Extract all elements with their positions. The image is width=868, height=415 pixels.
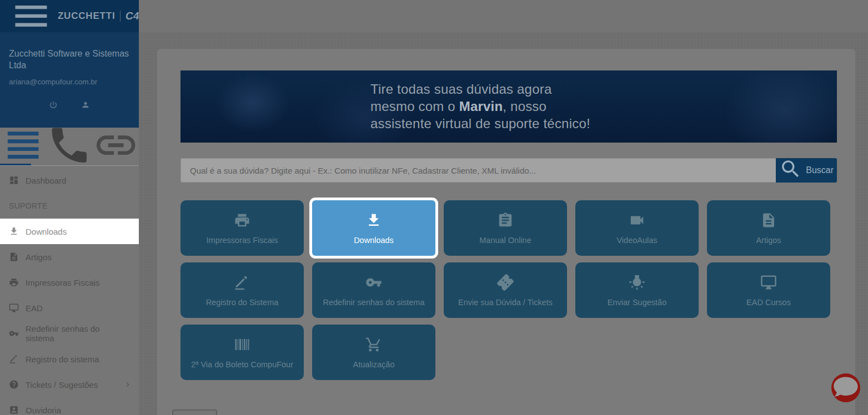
link-icon — [93, 122, 139, 168]
tile-impressoras-fiscais[interactable]: Impressoras Fiscais — [180, 200, 304, 256]
chat-bubble-icon — [831, 373, 860, 402]
search-icon — [779, 158, 802, 183]
menu-list-icon — [0, 122, 46, 168]
ticket-icon — [497, 274, 514, 291]
chevron-right-icon — [123, 380, 132, 389]
tile-registro-do-sistema[interactable]: Registro do Sistema — [180, 262, 304, 318]
banner-marvin-name: Marvin — [459, 99, 503, 114]
video-camera-icon — [629, 212, 645, 229]
pencil-icon — [9, 354, 19, 364]
tab-phone[interactable] — [46, 128, 92, 163]
printer-icon — [9, 277, 19, 287]
sidebar-item-ouvidoria[interactable]: Ouvidoria — [0, 397, 139, 415]
tile-redefinir-senhas[interactable]: Redefinir senhas do sistema — [312, 262, 435, 318]
sidebar-item-downloads[interactable]: Downloads — [0, 219, 139, 244]
monitor-icon — [760, 274, 777, 291]
tab-menu[interactable] — [0, 128, 46, 163]
dashboard-icon — [9, 175, 19, 185]
sidebar-item-registro-do-sistema[interactable]: Registro do sistema — [0, 346, 139, 372]
sidebar-item-dashboard[interactable]: Dashboard — [0, 168, 139, 193]
pencil-icon — [234, 274, 250, 291]
lightbulb-icon — [629, 274, 645, 291]
sidebar-item-artigos[interactable]: Artigos — [0, 244, 139, 270]
sidebar-section-suporte: SUPORTE — [0, 193, 139, 219]
banner-line-3: assistente virtual de suporte técnico! — [370, 115, 590, 132]
cart-icon — [365, 336, 382, 353]
tile-atualizacao[interactable]: Atualização — [312, 325, 435, 380]
tile-artigos[interactable]: Artigos — [707, 200, 830, 256]
user-email: ariana@compufour.com.br — [9, 78, 130, 86]
tile-videoaulas[interactable]: VideoAulas — [575, 200, 699, 256]
file-text-icon — [760, 212, 777, 229]
tile-downloads[interactable]: Downloads — [312, 200, 435, 256]
banner-text: Tire todas suas dúvidas agora mesmo com … — [370, 80, 590, 132]
search-button-label: Buscar — [806, 165, 834, 175]
banner-line-1: Tire todas suas dúvidas agora — [370, 80, 590, 98]
tile-ead-cursos[interactable]: EAD Cursos — [707, 262, 830, 318]
search-input[interactable] — [180, 158, 776, 183]
power-icon[interactable] — [49, 100, 58, 109]
top-header-bar — [139, 0, 868, 32]
sidebar-item-redefinir-senhas[interactable]: Redefinir senhas do sistema — [0, 321, 139, 346]
sidebar-tabs — [0, 128, 139, 163]
menu-toggle-icon[interactable] — [10, 0, 52, 37]
search-bar: Buscar — [180, 158, 837, 183]
search-button[interactable]: Buscar — [776, 158, 837, 183]
tab-links[interactable] — [93, 128, 139, 163]
sidebar-item-ead[interactable]: EAD — [0, 295, 139, 321]
printer-icon — [234, 212, 250, 229]
sidebar-item-tickets-sugestoes[interactable]: Tickets / Sugestões — [0, 372, 139, 397]
tile-manual-online[interactable]: Manual Online — [444, 200, 567, 256]
tile-2a-via-boleto[interactable]: 2ª Via do Boleto CompuFour — [180, 325, 304, 380]
company-name: Zucchetti Software e Sistemas Ltda — [9, 48, 130, 71]
brand-name: ZUCCHETTI — [58, 11, 116, 22]
clipboard-icon — [497, 212, 514, 229]
user-panel: Zucchetti Software e Sistemas Ltda arian… — [0, 32, 139, 128]
phone-icon — [46, 122, 92, 168]
barcode-icon — [234, 336, 250, 353]
download-icon — [9, 226, 19, 236]
sidebar-menu-list: Dashboard SUPORTE Downloads Artigos Impr… — [0, 168, 139, 415]
key-icon — [9, 328, 19, 338]
tile-enviar-sugestao[interactable]: Enviar Sugestão — [575, 262, 699, 318]
person-icon[interactable] — [81, 100, 90, 109]
tile-grid: Impressoras Fiscais Downloads Manual Onl… — [180, 200, 844, 380]
id-card-icon — [9, 405, 19, 415]
content-card: Tire todas suas dúvidas agora mesmo com … — [157, 49, 855, 415]
tabs-divider — [0, 165, 139, 166]
app-window: Tire todas suas dúvidas agora mesmo com … — [0, 0, 868, 415]
tile-envie-duvida-tickets[interactable]: Envie sua Dúvida / Tickets — [444, 262, 567, 318]
sidebar-item-impressoras-fiscais[interactable]: Impressoras Fiscais — [0, 270, 139, 295]
brand-mark: C4 — [124, 10, 139, 22]
account-actions — [9, 100, 130, 109]
marvin-banner: Tire todas suas dúvidas agora mesmo com … — [180, 70, 837, 143]
sidebar: ZUCCHETTI C4 Zucchetti Software e Sistem… — [0, 0, 139, 415]
file-text-icon — [9, 252, 19, 262]
sidebar-menu: Dashboard SUPORTE Downloads Artigos Impr… — [0, 128, 139, 415]
chat-fab[interactable] — [831, 373, 860, 402]
brand-logo: ZUCCHETTI C4 — [0, 0, 139, 32]
download-icon — [365, 212, 382, 229]
banner-line-2: mesmo com o Marvin, nosso — [370, 98, 590, 115]
partial-button-bottom[interactable] — [172, 409, 217, 415]
help-circle-icon — [9, 379, 19, 389]
key-icon — [365, 274, 382, 291]
monitor-icon — [9, 303, 19, 313]
